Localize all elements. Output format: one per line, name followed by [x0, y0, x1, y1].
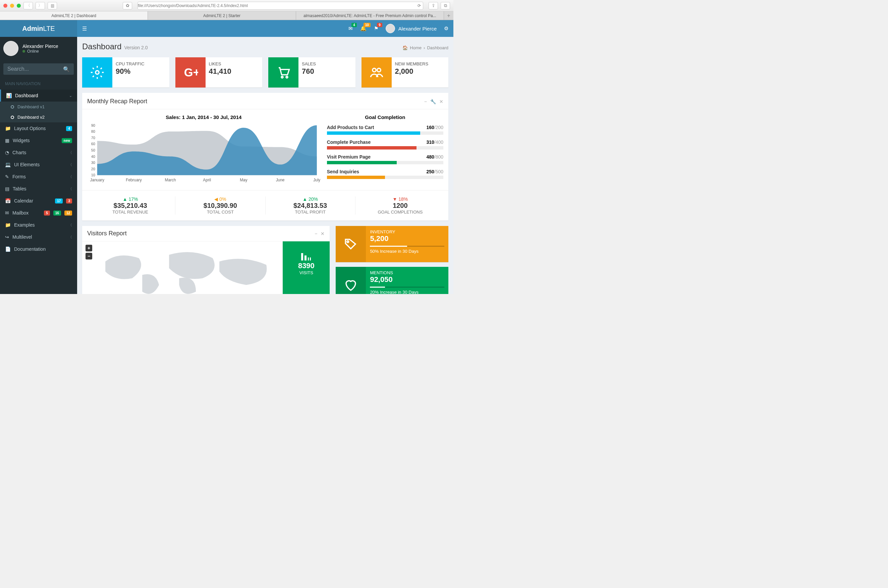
wrench-icon[interactable]: 🔧: [430, 99, 436, 104]
sidebar-subitem[interactable]: Dashboard v1: [0, 102, 77, 112]
goal-title: Goal Completion: [327, 114, 443, 120]
user-status: Online: [23, 49, 59, 54]
chevron-left-icon: 〈: [68, 174, 72, 179]
url-bar[interactable]: file:///Users/zhongxin/Downloads/AdminLT…: [137, 2, 423, 10]
user-menu[interactable]: Alexander Pierce: [386, 24, 437, 33]
settings-toggle[interactable]: ⚙: [444, 26, 448, 32]
svg-rect-25: [310, 258, 311, 261]
svg-text:June: June: [276, 178, 285, 182]
breadcrumb-link[interactable]: Home: [410, 45, 422, 50]
sidebar-item-dashboard[interactable]: 📊Dashboard⌄: [0, 90, 77, 102]
collapse-icon[interactable]: −: [314, 231, 317, 236]
svg-text:G+: G+: [184, 66, 198, 79]
reload-icon[interactable]: ⟳: [418, 3, 423, 8]
top-navbar: ☰ ✉ 4 🔔 10 ⚑ 9 Alexander Pierce ⚙: [77, 20, 454, 37]
sidebar-subitem[interactable]: Dashboard v2: [0, 112, 77, 122]
svg-rect-24: [308, 258, 309, 261]
world-map[interactable]: + −: [82, 242, 283, 294]
box-title: Monthly Recap Report: [87, 98, 147, 105]
count-badge: 16: [53, 210, 61, 216]
page-subtitle: Version 2.0: [124, 45, 147, 50]
browser-tab[interactable]: almasaeed2010/AdminLTE: AdminLTE - Free …: [296, 11, 444, 20]
breadcrumb: 🏠 Home › Dashboard: [403, 45, 448, 50]
sidebar-item-mailbox[interactable]: ✉Mailbox51612: [0, 207, 77, 219]
sidebar-item-examples[interactable]: 📁Examples〈: [0, 219, 77, 231]
forward-button[interactable]: 〉: [36, 2, 45, 9]
close-icon[interactable]: ✕: [439, 99, 443, 104]
menu-icon: 📁: [5, 126, 11, 131]
collapse-icon[interactable]: −: [424, 99, 427, 104]
back-button[interactable]: 〈: [24, 2, 33, 9]
sidebar-item-charts[interactable]: ◔Charts〈: [0, 147, 77, 159]
info-box-label: LIKES: [209, 62, 231, 66]
sidebar-item-forms[interactable]: ✎Forms〈: [0, 171, 77, 183]
messages-menu[interactable]: ✉ 4: [349, 26, 353, 32]
chevron-left-icon: 〈: [68, 223, 72, 228]
breadcrumb-current: Dashboard: [427, 45, 448, 50]
sidebar-item-tables[interactable]: ▤Tables〈: [0, 183, 77, 195]
menu-icon: ✉: [5, 210, 9, 216]
stat-pct: ◀ 0%: [176, 196, 265, 202]
nav-header: MAIN NAVIGATION: [0, 78, 77, 90]
share-button[interactable]: ⇪: [428, 2, 438, 9]
sidebar-item-ui-elements[interactable]: 💻UI Elements〈: [0, 159, 77, 171]
browser-tab[interactable]: AdminLTE 2 | Starter: [148, 11, 296, 20]
sidebar-item-label: UI Elements: [14, 162, 39, 167]
goal-visit-premium-page: Visit Premium Page 480/800: [327, 154, 443, 164]
sidebar-item-label: Tables: [13, 186, 26, 191]
svg-text:February: February: [126, 178, 142, 182]
info-box-label: NEW MEMBERS: [395, 62, 428, 66]
notifications-menu[interactable]: 🔔 10: [360, 26, 367, 32]
chevron-left-icon: 〈: [68, 162, 72, 167]
goal-complete-purchase: Complete Purchase 310/400: [327, 140, 443, 150]
svg-rect-22: [301, 253, 303, 261]
logo[interactable]: AdminLTE: [0, 20, 77, 37]
stat-desc: TOTAL COST: [176, 210, 265, 214]
menu-icon: 📊: [6, 93, 12, 98]
zoom-in-button[interactable]: +: [86, 245, 92, 251]
close-window-icon[interactable]: [3, 4, 8, 8]
sidebar-item-multilevel[interactable]: ↪Multilevel〈: [0, 231, 77, 243]
count-badge: 17: [55, 198, 63, 204]
online-dot-icon: [23, 50, 25, 52]
sidebar-item-documentation[interactable]: 📄Documentation: [0, 243, 77, 255]
count-badge: 5: [44, 210, 50, 216]
close-icon[interactable]: ✕: [321, 231, 325, 236]
tabs-button[interactable]: ⧉: [441, 2, 450, 9]
maximize-window-icon[interactable]: [17, 4, 21, 8]
chevron-left-icon: 〈: [68, 150, 72, 155]
chevron-left-icon: 〈: [68, 186, 72, 191]
chart-title: Sales: 1 Jan, 2014 - 30 Jul, 2014: [87, 114, 320, 120]
progress-bar: [327, 146, 443, 150]
stat-block: ◀ 0% $10,390.90 TOTAL COST: [176, 196, 265, 214]
sidebar-toggle[interactable]: ☰: [82, 26, 87, 32]
minimize-window-icon[interactable]: [10, 4, 14, 8]
sidebar-item-layout-options[interactable]: 📁Layout Options4: [0, 122, 77, 134]
sidebar-item-label: Dashboard: [15, 93, 38, 98]
info-box-value: 41,410: [209, 67, 231, 76]
progress-bar: [327, 161, 443, 164]
zoom-out-button[interactable]: −: [86, 253, 92, 260]
chevron-left-icon: 〈: [68, 235, 72, 240]
svg-text:20: 20: [91, 167, 95, 171]
heart-icon: [336, 267, 366, 294]
browser-tab[interactable]: AdminLTE 2 | Dashboard: [0, 11, 148, 20]
user-panel: Alexander Pierce Online: [0, 37, 77, 60]
info-box-new-members: NEW MEMBERS 2,000: [362, 57, 449, 87]
user-name: Alexander Pierce: [398, 26, 437, 32]
new-tab-button[interactable]: +: [444, 11, 454, 20]
reader-button[interactable]: ✿: [123, 2, 132, 9]
visitors-box: Visitors Report − ✕ + −: [82, 226, 330, 294]
svg-point-4: [372, 68, 376, 72]
sidebar-item-calendar[interactable]: 📅Calendar173: [0, 195, 77, 207]
avatar: [386, 24, 395, 33]
svg-point-3: [286, 76, 288, 78]
search-input[interactable]: Search... 🔍: [3, 63, 74, 75]
sidebar-item-widgets[interactable]: ▦Widgetsnew: [0, 134, 77, 147]
tasks-menu[interactable]: ⚑ 9: [374, 26, 378, 32]
sidebar-button[interactable]: ▥: [48, 2, 57, 9]
menu-icon: ✎: [5, 174, 9, 179]
svg-text:40: 40: [91, 154, 95, 159]
stat-pct: ▼ 18%: [356, 196, 445, 202]
info-card-mentions: MENTIONS 92,050 20% Increase in 30 Days: [336, 267, 448, 294]
